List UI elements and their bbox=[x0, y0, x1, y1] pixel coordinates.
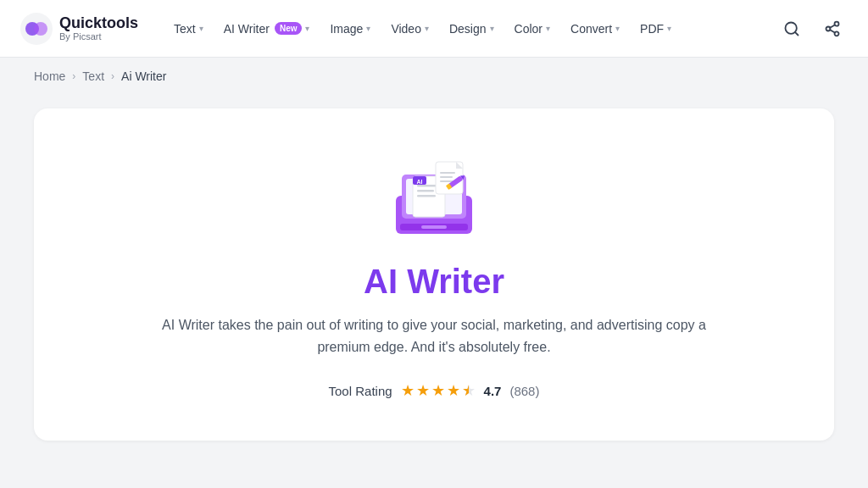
rating-row: Tool Rating ★ ★ ★ ★ ★ ★ 4.7 (868) bbox=[329, 381, 540, 400]
svg-rect-21 bbox=[440, 172, 455, 174]
svg-text:AI: AI bbox=[417, 179, 423, 185]
tool-card: AI AI Writ bbox=[34, 108, 834, 441]
logo-text: Quicktools By Picsart bbox=[59, 15, 138, 42]
chevron-down-icon: ▾ bbox=[546, 24, 550, 33]
logo-icon bbox=[20, 13, 53, 45]
nav-item-video[interactable]: Video ▾ bbox=[382, 17, 437, 41]
chevron-down-icon: ▾ bbox=[490, 24, 494, 33]
breadcrumb-separator: › bbox=[72, 70, 75, 82]
rating-label: Tool Rating bbox=[329, 384, 392, 398]
hero-illustration: AI bbox=[383, 149, 485, 242]
header: Quicktools By Picsart Text ▾ AI Writer N… bbox=[0, 0, 868, 58]
breadcrumb-current: Ai Writer bbox=[121, 69, 166, 83]
breadcrumb-text[interactable]: Text bbox=[82, 69, 104, 83]
chevron-down-icon: ▾ bbox=[667, 24, 671, 33]
star-3: ★ bbox=[431, 381, 445, 400]
nav-item-pdf[interactable]: PDF ▾ bbox=[632, 17, 680, 41]
breadcrumb-home[interactable]: Home bbox=[34, 69, 65, 83]
svg-rect-16 bbox=[417, 195, 436, 197]
header-actions bbox=[776, 14, 848, 44]
breadcrumb-separator: › bbox=[111, 70, 114, 82]
chevron-down-icon: ▾ bbox=[425, 24, 429, 33]
tool-title: AI Writer bbox=[364, 263, 504, 301]
tool-description: AI Writer takes the pain out of writing … bbox=[137, 314, 731, 358]
main-content: AI AI Writ bbox=[0, 95, 868, 474]
nav-item-ai-writer[interactable]: AI Writer New ▾ bbox=[215, 17, 319, 41]
svg-rect-15 bbox=[417, 190, 434, 192]
search-button[interactable] bbox=[776, 14, 807, 44]
rating-count: (868) bbox=[509, 384, 539, 398]
nav-item-convert[interactable]: Convert ▾ bbox=[562, 17, 628, 41]
breadcrumb: Home › Text › Ai Writer bbox=[0, 58, 868, 95]
chevron-down-icon: ▾ bbox=[305, 24, 309, 33]
svg-line-9 bbox=[830, 25, 835, 27]
search-icon bbox=[783, 20, 800, 37]
share-button[interactable] bbox=[817, 14, 848, 44]
chevron-down-icon: ▾ bbox=[366, 24, 370, 33]
nav-item-color[interactable]: Color ▾ bbox=[506, 17, 559, 41]
chevron-down-icon: ▾ bbox=[615, 24, 620, 33]
svg-rect-14 bbox=[417, 185, 437, 187]
star-half: ★ ★ bbox=[462, 381, 476, 400]
nav-item-text[interactable]: Text ▾ bbox=[165, 17, 212, 41]
svg-rect-22 bbox=[440, 176, 453, 178]
nav-item-design[interactable]: Design ▾ bbox=[441, 17, 503, 41]
share-icon bbox=[824, 20, 841, 37]
star-1: ★ bbox=[401, 381, 415, 400]
svg-line-8 bbox=[830, 30, 835, 32]
svg-rect-28 bbox=[421, 225, 447, 229]
star-4: ★ bbox=[447, 381, 460, 400]
logo[interactable]: Quicktools By Picsart bbox=[20, 13, 138, 45]
star-rating: ★ ★ ★ ★ ★ ★ bbox=[401, 381, 476, 400]
chevron-down-icon: ▾ bbox=[199, 24, 203, 33]
svg-line-4 bbox=[795, 31, 798, 35]
rating-value: 4.7 bbox=[484, 384, 502, 398]
svg-point-2 bbox=[34, 22, 47, 36]
nav-item-image[interactable]: Image ▾ bbox=[321, 17, 379, 41]
main-nav: Text ▾ AI Writer New ▾ Image ▾ Video ▾ D… bbox=[165, 17, 749, 41]
star-2: ★ bbox=[416, 381, 430, 400]
